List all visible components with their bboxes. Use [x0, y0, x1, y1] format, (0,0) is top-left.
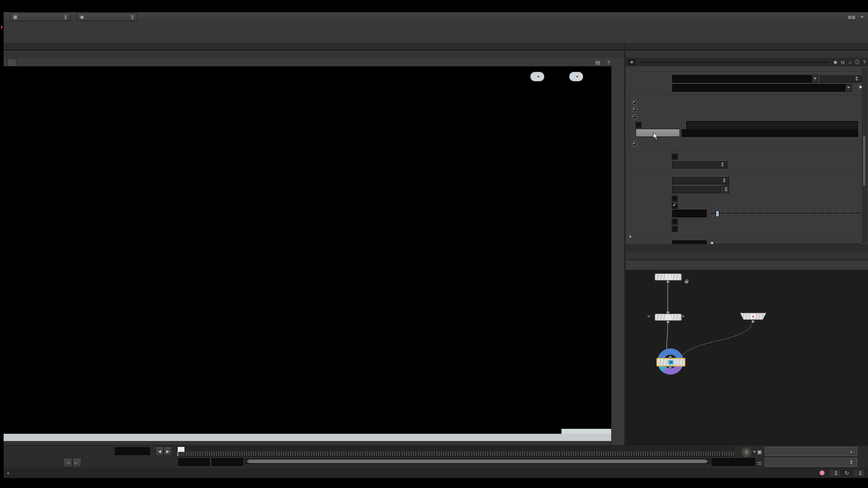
desktop-selector[interactable]: ◉	[77, 13, 137, 21]
shelf-tabs-right	[403, 22, 867, 27]
spread-islands-checkbox[interactable]	[672, 226, 678, 232]
refresh-icon[interactable]: ↻	[844, 470, 849, 476]
keys-info-box[interactable]: ▲	[765, 447, 857, 456]
pane-help-icon[interactable]: ?	[604, 59, 613, 66]
network-canvas[interactable]: ⚄ ⇲ « » ● ⊞	[626, 270, 868, 445]
scene-path-bar	[4, 50, 626, 58]
target-assignment-radio[interactable]	[632, 107, 637, 112]
node-uvlayout1-selected[interactable]: ⊞	[656, 358, 685, 366]
viewport-canvas[interactable]	[4, 66, 611, 434]
connectivity-radio[interactable]	[632, 100, 637, 105]
search-icon[interactable]: ○	[846, 60, 854, 65]
iterations-field[interactable]	[672, 240, 707, 244]
node-object-merge5[interactable]: ●	[740, 313, 766, 320]
lock-shackle-icon	[686, 279, 689, 282]
node-input-connector[interactable]	[669, 356, 672, 359]
group-dropdown[interactable]	[845, 84, 852, 92]
step-forward-button[interactable]: ▶	[164, 446, 172, 456]
viewport-toolbar: ▤ ?	[4, 58, 624, 66]
geometry-stats	[561, 429, 611, 434]
auto-key-icon[interactable]: ⚎	[755, 459, 764, 467]
pack-islands-checkbox[interactable]	[672, 203, 678, 209]
channel-scope-icon[interactable]: ▣	[755, 448, 764, 456]
auto-update-selector[interactable]	[853, 469, 865, 477]
island-padding-slider[interactable]	[709, 211, 861, 216]
shelf-set-selector[interactable]: ▦	[10, 13, 71, 21]
unpack-icon: ⇲	[665, 315, 671, 319]
island-scale-field	[686, 121, 858, 129]
unpack-chevron-left-icon: «	[647, 313, 650, 319]
variable-scaling-radio[interactable]	[632, 114, 637, 119]
key-button[interactable]: ⚲	[741, 446, 752, 458]
pane-layout-icon[interactable]: ▤	[593, 59, 602, 66]
uv-attribute-dropdown[interactable]	[811, 75, 818, 83]
timeline-ruler[interactable]	[176, 446, 734, 457]
projection-dropdown[interactable]	[820, 75, 862, 83]
desktop-spinner[interactable]	[131, 15, 134, 19]
projection-offset-radio[interactable]	[632, 141, 637, 146]
overrides-field[interactable]	[682, 129, 858, 137]
status-expand-icon[interactable]: ▲	[6, 471, 10, 475]
island-padding-field[interactable]	[672, 210, 707, 217]
uv-attribute-field[interactable]	[672, 75, 811, 83]
camera-selector[interactable]	[569, 72, 583, 81]
projection-selector[interactable]	[530, 72, 544, 81]
range-start-field[interactable]	[178, 458, 210, 466]
param-scrollbar[interactable]	[862, 68, 867, 243]
range-end2-field[interactable]	[731, 458, 755, 466]
range-start2-field[interactable]	[212, 458, 243, 466]
cook-indicator-icon	[820, 470, 825, 475]
section-advanced[interactable]: ►	[629, 234, 862, 239]
node-attribrandomize5[interactable]: ⚄	[655, 273, 682, 281]
help-icon[interactable]: ?	[861, 60, 868, 65]
network-pane-tabs	[626, 244, 868, 252]
node-unpack8[interactable]: ⇲	[655, 314, 682, 321]
viewport-pane-tab[interactable]	[7, 59, 16, 66]
node-output-connector[interactable]	[669, 366, 672, 369]
section-islands-to-pack	[629, 69, 862, 74]
node-output-connector[interactable]	[666, 280, 670, 283]
shelf-dock-handle[interactable]	[1, 25, 3, 29]
param-title-bar: ⊞ ✱ H ○ ⓘ ?	[626, 58, 868, 66]
shelf-tools-left	[5, 28, 402, 43]
network-path-bar	[626, 252, 868, 260]
avoid-packing-checkbox[interactable]	[672, 196, 678, 202]
node-output-connector[interactable]	[751, 320, 755, 323]
status-path-field[interactable]	[828, 469, 841, 477]
playhead-line	[178, 452, 178, 456]
range-slider[interactable]	[245, 459, 710, 464]
playbar: ◀ ▶ ⚲ ▣ ▲ |◀ ▶| ⚎	[4, 445, 868, 468]
node-output-connector[interactable]	[666, 320, 670, 324]
current-frame-field[interactable]	[115, 447, 150, 455]
shelf-tabs-left	[5, 22, 402, 27]
param-node-name-field[interactable]	[641, 62, 829, 63]
gear-icon[interactable]: ✱	[832, 60, 839, 65]
group-field[interactable]	[672, 84, 845, 92]
uvlayout-node-icon: ⊞	[628, 59, 635, 65]
shelf-set-spinner[interactable]	[64, 15, 67, 19]
info-icon[interactable]: ⓘ	[854, 59, 861, 66]
scale-islands-checkbox[interactable]	[672, 154, 678, 160]
island-scale-checkbox[interactable]	[636, 122, 642, 128]
houdini-app: ▦ ◉ ▦▦ ▤ ?	[0, 0, 868, 488]
scale-dropdown[interactable]	[672, 176, 729, 184]
right-desktop-dropdown-icon[interactable]	[861, 16, 863, 18]
section-packing	[629, 170, 862, 176]
desktop-icon: ◉	[80, 14, 84, 19]
next-key-button[interactable]: ▶|	[72, 458, 81, 467]
network-editor: ⚄ ⇲ « » ● ⊞	[626, 244, 868, 445]
apply-padding-checkbox[interactable]	[672, 219, 678, 225]
uvlayout-icon: ⊞	[668, 360, 674, 365]
island-rotation-spinner[interactable]	[722, 185, 729, 193]
step-back-button[interactable]: ◀	[156, 446, 164, 456]
prev-key-button[interactable]: |◀	[63, 458, 72, 467]
island-rotation-step-dropdown[interactable]	[672, 185, 721, 193]
status-bar: ▲ ↻	[4, 468, 868, 478]
playhead[interactable]	[178, 447, 184, 452]
viewport-3d[interactable]	[4, 66, 611, 434]
key-all-channels-button[interactable]	[765, 458, 857, 467]
network-menubar	[626, 260, 868, 270]
axis-alignment-dropdown[interactable]	[672, 160, 727, 169]
mouse-cursor	[653, 132, 659, 141]
houdini-help-icon[interactable]: H	[839, 60, 846, 65]
